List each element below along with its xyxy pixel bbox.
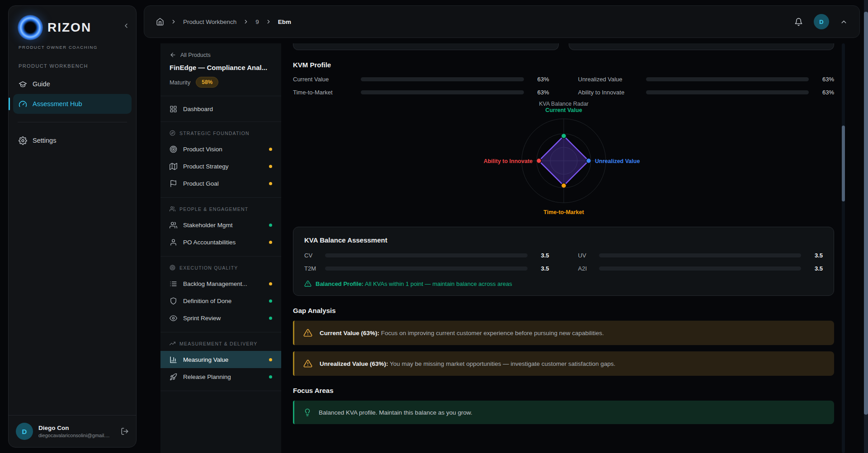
sidebar-item-label: Assessment Hub <box>33 100 82 107</box>
gap-rest: You may be missing market opportunities … <box>388 360 616 367</box>
section-title: STRATEGIC FOUNDATION <box>179 131 250 136</box>
logout-icon <box>121 427 129 435</box>
nav-item-release-planning[interactable]: Release Planning <box>160 368 281 385</box>
gap-item-current-value: Current Value (63%): Focus on improving … <box>293 321 834 345</box>
nav-item-label: Product Vision <box>183 146 222 153</box>
user-avatar: D <box>16 423 33 440</box>
kva-balance-radar: KVA Balance Radar Current Value Unrealiz… <box>293 99 834 218</box>
page-scrollbar-track[interactable] <box>864 0 868 453</box>
arrow-left-icon <box>170 51 176 58</box>
topbar-actions: D <box>794 14 848 29</box>
status-dot <box>269 358 272 361</box>
section-header: STRATEGIC FOUNDATION <box>160 126 281 140</box>
focus-areas-title: Focus Areas <box>293 387 834 394</box>
topbar-avatar[interactable]: D <box>814 14 829 29</box>
nav-item-product-vision[interactable]: Product Vision <box>160 140 281 158</box>
nav-item-sprint-review[interactable]: Sprint Review <box>160 309 281 327</box>
user-icon <box>170 238 177 246</box>
users-icon <box>170 206 175 212</box>
nav-item-definition-of-done[interactable]: Definition of Done <box>160 292 281 309</box>
nav-item-stakeholder-mgmt[interactable]: Stakeholder Mgmt <box>160 216 281 234</box>
nav-item-backlog-management[interactable]: Backlog Management... <box>160 275 281 292</box>
kva-row-cv: CV 3.5 <box>304 252 549 259</box>
sidebar-item-guide[interactable]: Guide <box>13 74 132 94</box>
radar-label-unrealized-value: Unrealized Value <box>595 158 640 164</box>
eye-icon <box>170 314 177 322</box>
sidebar-nav: Guide Assessment Hub Settings <box>13 74 132 150</box>
kvm-percent: 63% <box>530 89 549 96</box>
user-card[interactable]: D Diego Con diegocavalariconsolini@gmail… <box>9 415 136 447</box>
focus-text: Balanced KVA profile. Maintain this bala… <box>319 409 472 416</box>
kvm-percent: 63% <box>815 76 834 83</box>
nav-item-product-goal[interactable]: Product Goal <box>160 175 281 192</box>
gear-icon <box>19 136 27 145</box>
status-dot <box>269 182 272 185</box>
shield-icon <box>170 297 177 305</box>
kvm-row-ability-to-innovate: Ability to Innovate 63% <box>578 89 835 96</box>
target-icon <box>170 145 177 153</box>
section-header: PEOPLE & ENGAGEMENT <box>160 202 281 216</box>
sidebar-section-label: PRODUCT WORKBENCH <box>14 63 131 69</box>
kva-grid: CV 3.5 UV 3.5 T2M 3.5 A2I 3.5 <box>304 252 823 272</box>
sidebar-item-settings[interactable]: Settings <box>13 131 132 150</box>
section-header: EXECUTION QUALITY <box>160 261 281 275</box>
back-to-all-products[interactable]: All Products <box>170 51 272 58</box>
gap-item-unrealized-value: Unrealized Value (63%): You may be missi… <box>293 351 834 376</box>
status-dot <box>269 224 272 227</box>
status-dot <box>269 317 272 320</box>
users-icon <box>170 221 177 229</box>
kva-value: 3.5 <box>807 252 823 259</box>
nav-item-measuring-value[interactable]: Measuring Value <box>160 351 281 368</box>
user-meta: Diego Con diegocavalariconsolini@gmail..… <box>38 425 115 438</box>
page-scrollbar-thumb[interactable] <box>864 12 868 415</box>
kva-label: T2M <box>304 265 325 272</box>
kvm-profile-title: KVM Profile <box>293 61 834 69</box>
primary-sidebar: RIZON PRODUCT OWNER COACHING PRODUCT WOR… <box>8 5 137 448</box>
main-content: KVM Profile Current Value 63% Unrealized… <box>293 43 834 453</box>
nav-item-dashboard[interactable]: Dashboard <box>160 100 281 117</box>
brand-tagline: PRODUCT OWNER COACHING <box>19 45 127 50</box>
section-title: EXECUTION QUALITY <box>179 265 238 271</box>
nav-item-product-strategy[interactable]: Product Strategy <box>160 158 281 175</box>
breadcrumb: Product Workbench 9 Ebm <box>156 18 291 26</box>
maturity-row: Maturity 58% <box>170 77 272 88</box>
sidebar-item-assessment-hub[interactable]: Assessment Hub <box>13 94 132 114</box>
nav-item-po-accountabilities[interactable]: PO Accountabilities <box>160 234 281 251</box>
progress-bar <box>646 77 809 81</box>
status-dot <box>269 282 272 285</box>
trending-up-icon <box>170 341 175 346</box>
app-screen: RIZON PRODUCT OWNER COACHING PRODUCT WOR… <box>0 0 868 453</box>
kvm-profile-grid: Current Value 63% Unrealized Value 63% T… <box>293 76 834 96</box>
radar-chart: KVA Balance Radar Current Value Unrealiz… <box>406 99 722 218</box>
bar-chart-icon <box>170 356 177 364</box>
logout-button[interactable] <box>121 427 129 436</box>
section-header: MEASUREMENT & DELIVERY <box>160 337 281 351</box>
sidebar-item-label: Guide <box>33 80 50 88</box>
progress-bar <box>325 266 528 271</box>
kva-value: 3.5 <box>534 252 549 259</box>
content-scrollbar-track[interactable] <box>842 43 845 453</box>
nav-item-label: Dashboard <box>183 106 213 112</box>
content-scrollbar-thumb[interactable] <box>842 126 845 201</box>
home-icon[interactable] <box>156 18 164 26</box>
kvm-label: Time-to-Market <box>293 89 361 96</box>
note-text: Balanced Profile: All KVAs within 1 poin… <box>316 280 512 287</box>
dashboard-block: Dashboard <box>160 96 281 122</box>
notifications-button[interactable] <box>794 17 803 26</box>
topbar-menu-toggle[interactable] <box>840 18 848 26</box>
gap-bold: Unrealized Value (63%): <box>320 360 388 367</box>
sidebar-collapse-button[interactable] <box>123 21 130 29</box>
kva-row-uv: UV 3.5 <box>578 252 823 259</box>
alert-triangle-icon <box>303 328 312 337</box>
maturity-label: Maturity <box>170 79 190 86</box>
radar-label-ability-to-innovate: Ability to Innovate <box>483 158 532 164</box>
breadcrumb-item[interactable]: 9 <box>255 19 259 25</box>
grid-icon <box>170 105 177 113</box>
kvm-row-current-value: Current Value 63% <box>293 76 549 83</box>
kva-label: CV <box>304 252 325 259</box>
user-name: Diego Con <box>38 425 115 431</box>
nav-item-label: Product Strategy <box>183 163 229 170</box>
gap-analysis-title: Gap Analysis <box>293 307 834 314</box>
radar-label-time-to-market: Time-to-Market <box>543 209 584 215</box>
breadcrumb-item[interactable]: Product Workbench <box>183 19 236 25</box>
